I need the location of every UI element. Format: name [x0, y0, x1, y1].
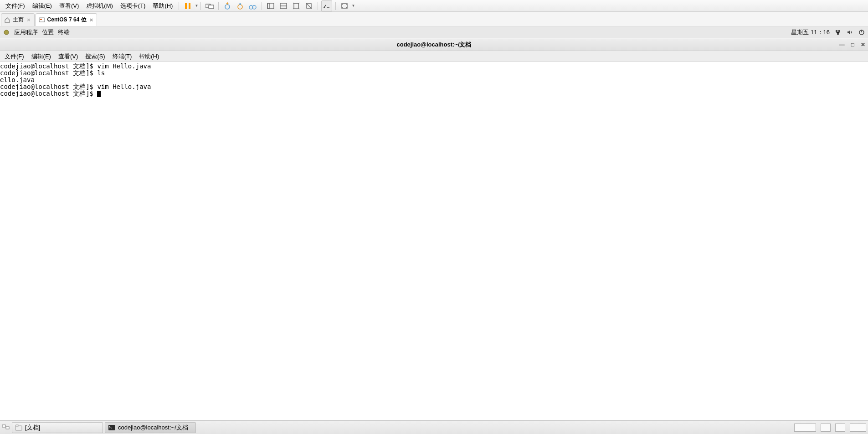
power-icon[interactable]: [858, 29, 865, 36]
svg-point-19: [4, 30, 9, 35]
snapshot-icon[interactable]: [222, 0, 233, 11]
maximize-button[interactable]: □: [851, 41, 854, 48]
unity-mode-icon[interactable]: [321, 0, 332, 11]
manage-snapshots-icon[interactable]: [247, 0, 258, 11]
volume-icon[interactable]: [846, 29, 853, 36]
svg-rect-18: [40, 19, 42, 20]
terminal-output[interactable]: codejiao@localhost 文档]$ vim Hello.java c…: [0, 62, 868, 349]
prompt: codejiao@localhost 文档]$: [0, 83, 97, 90]
term-menu-help[interactable]: 帮助(H): [135, 52, 163, 62]
tab-label: CentOS 7 64 位: [47, 16, 87, 24]
command-text: ls: [97, 69, 105, 77]
pause-button[interactable]: [182, 0, 193, 11]
fit-guest-icon[interactable]: [265, 0, 276, 11]
toolbar-separator: [218, 2, 219, 10]
svg-rect-21: [838, 30, 840, 32]
menu-terminal[interactable]: 终端: [58, 28, 70, 36]
svg-rect-8: [267, 3, 274, 9]
tab-label: 主页: [13, 16, 24, 24]
prompt: codejiao@localhost 文档]$: [0, 69, 97, 77]
close-button[interactable]: ✕: [861, 41, 865, 48]
svg-rect-12: [294, 4, 298, 8]
svg-line-14: [306, 3, 312, 9]
host-menu-vm[interactable]: 虚拟机(M): [82, 0, 117, 11]
chevron-down-icon[interactable]: ▼: [351, 4, 355, 8]
host-menu-file[interactable]: 文件(F): [2, 0, 29, 11]
svg-rect-9: [267, 3, 270, 9]
toolbar-separator: [262, 2, 262, 10]
close-icon[interactable]: ×: [89, 16, 94, 23]
host-tabbar: 主页 × CentOS 7 64 位 ×: [0, 12, 868, 26]
fit-window-icon[interactable]: [278, 0, 289, 11]
toolbar-separator: [200, 2, 201, 10]
svg-point-4: [225, 5, 230, 9]
svg-rect-20: [836, 30, 837, 32]
vm-icon: [39, 17, 45, 23]
host-tab-home[interactable]: 主页 ×: [1, 13, 35, 26]
output-text: ello.java: [0, 76, 35, 83]
term-menu-edit[interactable]: 编辑(E): [28, 52, 55, 62]
menu-places[interactable]: 位置: [42, 28, 54, 36]
terminal-menubar: 文件(F) 编辑(E) 查看(V) 搜索(S) 终端(T) 帮助(H): [0, 51, 868, 62]
svg-point-5: [238, 5, 242, 9]
command-text: vim Hello.java: [97, 83, 151, 90]
window-title: codejiao@localhost:~/文档: [396, 41, 471, 49]
menu-applications[interactable]: 应用程序: [14, 28, 38, 36]
guest-topbar: 应用程序 位置 终端 星期五 11：16: [0, 26, 868, 38]
revert-snapshot-icon[interactable]: [235, 0, 246, 11]
host-menu-view[interactable]: 查看(V): [56, 0, 82, 11]
term-menu-file[interactable]: 文件(F): [1, 52, 28, 62]
prompt: codejiao@localhost 文档]$: [0, 62, 97, 70]
term-menu-view[interactable]: 查看(V): [55, 52, 82, 62]
guest-window-titlebar[interactable]: codejiao@localhost:~/文档 — □ ✕: [0, 38, 868, 51]
term-menu-search[interactable]: 搜索(S): [82, 52, 108, 62]
fullscreen-icon[interactable]: [339, 0, 350, 11]
chevron-down-icon[interactable]: ▼: [195, 4, 198, 8]
toolbar-separator: [318, 2, 318, 10]
svg-rect-1: [189, 3, 190, 9]
svg-rect-0: [185, 3, 187, 9]
host-menu-help[interactable]: 帮助(H): [149, 0, 176, 11]
prompt: codejiao@localhost 文档]$: [0, 90, 97, 97]
minimize-button[interactable]: —: [839, 41, 845, 48]
toolbar-separator: [335, 2, 336, 10]
network-icon[interactable]: [834, 29, 842, 36]
host-menu-tabs[interactable]: 选项卡(T): [117, 0, 149, 11]
host-menubar: 文件(F) 编辑(E) 查看(V) 虚拟机(M) 选项卡(T) 帮助(H) ▼: [0, 0, 868, 12]
send-ctrl-alt-del-icon[interactable]: [204, 0, 215, 11]
free-stretch-icon[interactable]: [303, 0, 314, 11]
toolbar-separator: [179, 2, 179, 10]
activities-icon[interactable]: [3, 29, 10, 36]
host-tab-vm[interactable]: CentOS 7 64 位 ×: [36, 13, 98, 26]
home-icon: [4, 17, 10, 23]
cursor: [97, 91, 101, 97]
svg-rect-3: [209, 5, 214, 9]
clock-text[interactable]: 星期五 11：16: [791, 28, 830, 36]
close-icon[interactable]: ×: [26, 16, 31, 23]
host-menu-edit[interactable]: 编辑(E): [29, 0, 56, 11]
stretch-icon[interactable]: [291, 0, 302, 11]
command-text: vim Hello.java: [97, 62, 151, 70]
term-menu-terminal[interactable]: 终端(T): [109, 52, 136, 62]
